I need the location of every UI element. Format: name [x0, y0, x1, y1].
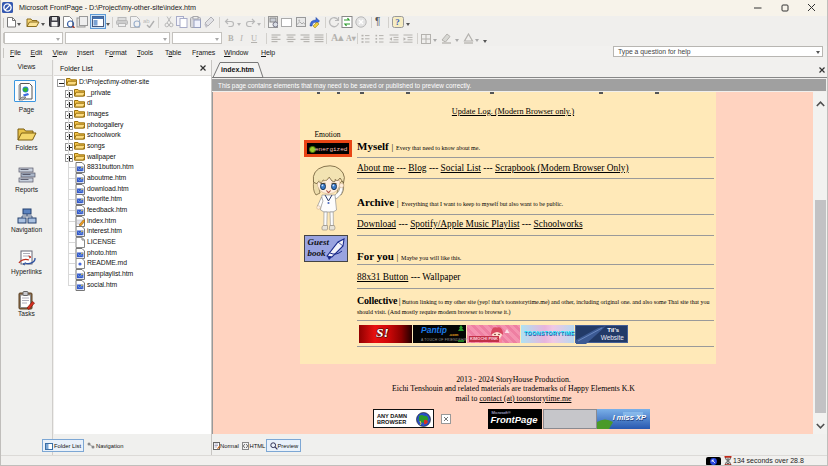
svg-text:ab: ab [143, 18, 150, 24]
svg-text:?: ? [395, 17, 400, 27]
